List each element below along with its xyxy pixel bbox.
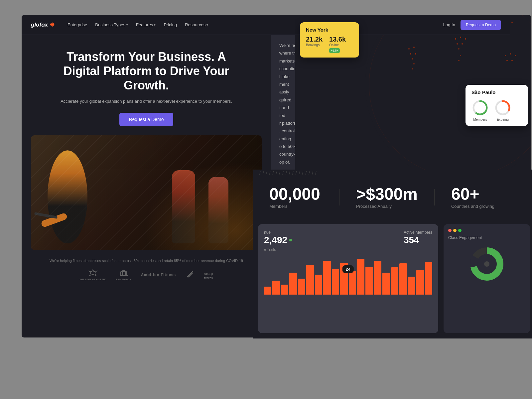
traffic-green	[458, 229, 462, 232]
wilson-logo-icon	[87, 269, 99, 277]
svg-rect-45	[412, 58, 413, 60]
partners-section: We're helping fitness franchises scale f…	[22, 250, 271, 289]
hero-cta-button[interactable]: Request a Demo	[119, 113, 173, 126]
online-value: 13.6k	[329, 36, 346, 43]
traffic-red	[448, 229, 452, 232]
svg-rect-36	[457, 43, 458, 45]
partner-snap: snap fitness	[204, 270, 213, 280]
svg-rect-63	[511, 22, 513, 23]
traffic-yellow	[453, 229, 457, 232]
svg-rect-40	[458, 60, 460, 61]
online-label: Online	[329, 43, 346, 47]
members-stat-value: 00,000	[269, 186, 323, 202]
stat-divider-2	[434, 189, 435, 205]
logo[interactable]: glofox ❋	[31, 22, 54, 28]
bar-17	[399, 263, 407, 295]
svg-rect-46	[413, 63, 415, 65]
svg-rect-41	[408, 48, 410, 50]
svg-rect-1	[31, 135, 262, 250]
bar-11	[349, 271, 356, 295]
partner-katana	[185, 270, 195, 280]
expiring-donut	[494, 99, 511, 116]
bar-15	[382, 273, 390, 295]
trails-label: e Trails	[264, 247, 432, 251]
dashboard-panel: nue 2,492 Active Members 354 e Trails	[258, 224, 438, 333]
new-york-badge: +1.5k	[329, 48, 340, 53]
svg-rect-44	[415, 53, 416, 55]
chevron-down-icon: ▾	[126, 23, 128, 27]
members-donut-label: Members	[471, 118, 489, 121]
stat-divider-1	[339, 189, 339, 205]
nav-features[interactable]: Features▾	[136, 22, 156, 27]
countries-stat-label: Countries and growing	[451, 204, 494, 209]
nav-pricing[interactable]: Pricing	[164, 22, 177, 27]
processed-stat-label: Processed Anually	[356, 204, 418, 209]
card-new-york: New York 21.2k Bookings 13.6k Online +1.…	[300, 22, 359, 58]
stat-countries: 60+ Countries and growing	[451, 186, 494, 209]
stats-row: 00,000 Members >$300m Processed Anually …	[253, 176, 532, 219]
svg-rect-7	[126, 272, 127, 275]
new-york-title: New York	[306, 27, 353, 33]
members-donut	[471, 99, 489, 116]
bar-12	[357, 259, 364, 295]
svg-rect-47	[412, 68, 413, 69]
bar-13	[365, 267, 373, 295]
traffic-lights	[448, 229, 525, 232]
svg-rect-4	[122, 272, 123, 275]
svg-rect-65	[510, 53, 511, 55]
svg-rect-37	[462, 43, 463, 45]
diagonal-lines	[31, 135, 262, 250]
nav-business-types[interactable]: Business Types▾	[95, 22, 128, 27]
hero-image	[31, 135, 262, 250]
bar-5	[298, 279, 305, 295]
stat-members: 00,000 Members	[269, 186, 323, 209]
class-eng-title: Class Engagement	[448, 235, 525, 240]
svg-rect-35	[465, 38, 466, 40]
svg-rect-33	[455, 38, 456, 40]
bottom-area: nue 2,492 Active Members 354 e Trails	[253, 219, 532, 338]
members-stat-label: Members	[269, 204, 323, 209]
sao-paulo-stats: Members Expiring	[471, 99, 522, 121]
bar-19	[416, 270, 424, 295]
revenue-value: 2,492	[264, 235, 287, 245]
svg-rect-64	[505, 55, 506, 56]
nav-enterprise[interactable]: Enterprise	[67, 22, 87, 27]
svg-rect-2	[120, 275, 128, 276]
svg-point-95	[484, 261, 489, 267]
dash-top: nue 2,492 Active Members 354	[264, 230, 432, 245]
hero-section: Transform Your Business. A Digital Platf…	[22, 35, 271, 135]
hero-subtitle: Acclerate your global expansion plans an…	[55, 98, 238, 105]
svg-rect-39	[460, 55, 461, 56]
svg-point-8	[192, 271, 193, 272]
engagement-pie	[468, 246, 505, 282]
revenue-online-dot	[289, 239, 292, 241]
partners-text: We're helping fitness franchises scale f…	[48, 258, 244, 264]
countries-stat-value: 60+	[451, 186, 494, 202]
nav-resources[interactable]: Resources▾	[185, 22, 208, 27]
partners-logos: WILSON ATHLETIC PANTHEON	[48, 269, 244, 281]
slash-separator: //////////////////	[253, 170, 532, 176]
svg-rect-34	[460, 37, 461, 38]
pantheon-logo-icon	[119, 269, 128, 277]
katana-logo-icon	[185, 270, 195, 279]
bar-14	[374, 261, 381, 295]
partner-ambition: Ambition Fitness	[141, 273, 176, 277]
partner-wilson: WILSON ATHLETIC	[79, 269, 106, 281]
login-button[interactable]: Log In	[443, 22, 455, 27]
demo-button[interactable]: Request a Demo	[461, 20, 501, 30]
logo-icon: ❋	[50, 22, 54, 28]
card-sao-paulo: São Paulo Members Expiring	[466, 85, 528, 126]
nav-actions: Log In Request a Demo	[443, 20, 501, 30]
class-engagement-panel: Class Engagement	[444, 224, 530, 333]
globe-panel: New York 21.2k Bookings 13.6k Online +1.…	[295, 15, 531, 175]
bar-1	[264, 287, 271, 295]
navbar: glofox ❋ Enterprise Business Types▾ Feat…	[22, 15, 510, 35]
active-members-value: 354	[404, 235, 432, 245]
bar-2	[272, 281, 280, 295]
bar-9	[332, 269, 339, 295]
bar-16	[391, 267, 398, 295]
partner-pantheon: PANTHEON	[116, 269, 132, 281]
bookings-label: Bookings	[306, 43, 323, 47]
bar-4	[289, 273, 297, 295]
bar-6	[306, 265, 314, 295]
